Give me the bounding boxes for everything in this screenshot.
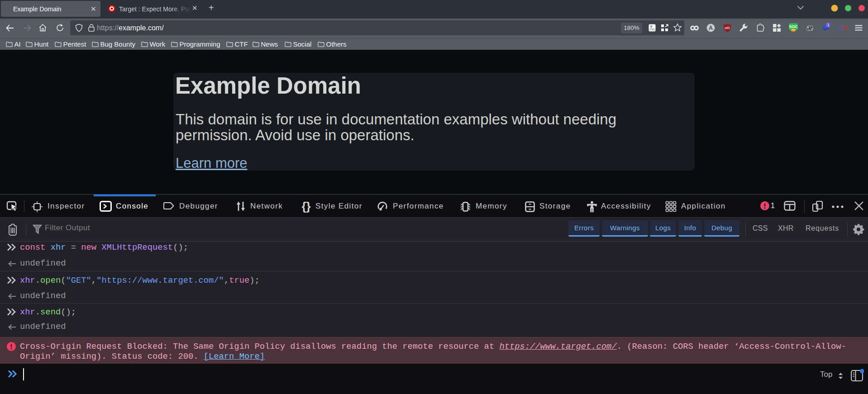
svg-text:}: }: [306, 201, 311, 213]
svg-text:uO: uO: [725, 26, 730, 30]
svg-text:æ: æ: [807, 24, 813, 32]
svg-text:SOC: SOC: [789, 24, 798, 29]
svg-text:{: {: [302, 201, 306, 213]
svg-text:A: A: [709, 25, 713, 31]
svg-text:1: 1: [827, 23, 830, 27]
